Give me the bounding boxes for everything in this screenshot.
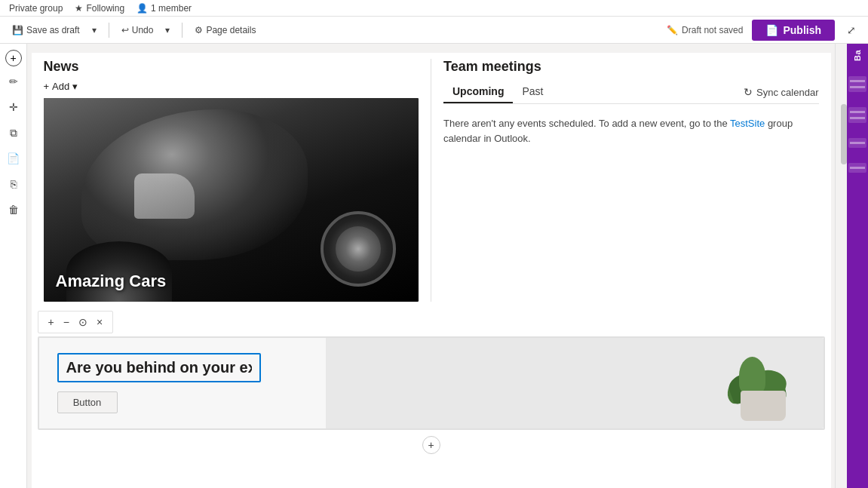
move-icon[interactable]: ✛ [3,97,24,118]
main-layout: + ✏ ✛ ⧉ 📄 ⎘ 🗑 News + Add ▾ [0,44,868,488]
zoom-reset-button[interactable]: ⊙ [75,315,91,330]
zoom-in-button[interactable]: + [44,315,58,330]
car-image-bg: Amazing Cars [44,98,419,302]
far-right-item-2[interactable] [848,107,866,123]
leaf3 [739,357,765,394]
copy-icon[interactable]: ⎘ [3,173,24,195]
separator2 [182,23,182,38]
car-image: Amazing Cars [44,98,419,302]
sync-icon: ↻ [744,86,753,98]
far-right-panel: Ba [847,44,868,488]
draft-icon: ✏️ [667,25,678,35]
banner-text-area: Button [39,338,326,428]
publish-icon: 📄 [765,24,778,36]
banner-image [326,338,824,428]
far-right-item-4[interactable] [848,163,866,173]
toolbar: 💾 Save as draft ▾ ↩ Undo ▾ ⚙ Page detail… [0,17,868,44]
save-draft-button[interactable]: 💾 Save as draft [9,23,83,37]
tabs-left: Upcoming Past [443,81,552,103]
private-group-label: Private group [9,3,63,14]
far-right-item-3[interactable] [848,138,866,148]
save-icon: 💾 [12,25,23,35]
add-section-button[interactable]: + [422,436,440,454]
sync-calendar-button[interactable]: ↻ Sync calendar [744,86,818,98]
news-title: News [44,59,419,75]
pencil-icon[interactable]: ✏ [3,71,24,92]
line2 [850,86,865,88]
zoom-toolbar: + − ⊙ × [38,311,114,333]
banner-heading-input[interactable] [57,353,261,382]
undo-dropdown[interactable]: ▾ [162,23,173,37]
document-icon[interactable]: 📄 [3,148,24,169]
draft-status: ✏️ Draft not saved [667,25,743,35]
line3 [850,111,865,113]
separator [109,23,109,38]
line1 [850,80,865,82]
page-details-button[interactable]: ⚙ Page details [192,23,259,37]
save-draft-dropdown[interactable]: ▾ [89,23,100,37]
plus-icon: + [44,81,50,92]
add-link[interactable]: + Add ▾ [44,81,419,92]
publish-button[interactable]: 📄 Publish [752,20,835,41]
add-section-row: + [32,436,831,454]
content-area: News + Add ▾ [27,44,835,488]
expand-button[interactable]: ⤢ [844,23,859,38]
line6 [850,167,865,169]
left-sidebar: + ✏ ✛ ⧉ 📄 ⎘ 🗑 [0,44,27,488]
no-events-text: There aren't any events scheduled. To ad… [443,116,819,146]
undo-icon: ↩ [121,25,129,35]
trash-icon[interactable]: 🗑 [3,199,24,220]
line5 [850,142,865,144]
far-right-item-1[interactable] [848,76,866,92]
person-icon: 👤 [136,3,148,14]
scrollbar-area [835,44,847,488]
plant-pot [741,391,786,421]
car-title: Amazing Cars [56,272,167,291]
test-site-link[interactable]: TestSite [730,118,765,129]
close-button[interactable]: × [93,315,106,330]
far-right-label-1: Ba [853,50,862,61]
chevron-down-icon: ▾ [72,81,78,92]
team-meetings-title: Team meetings [443,59,819,75]
team-meetings-column: Team meetings Upcoming Past ↻ Sync calen… [431,59,819,302]
group-bar: Private group ★ Following 👤 1 member [0,0,868,17]
page-details-icon: ⚙ [195,25,203,35]
banner-button[interactable]: Button [57,391,118,413]
members-label: 👤 1 member [136,3,192,14]
scrollbar-thumb[interactable] [841,104,847,164]
following-label[interactable]: ★ Following [75,3,124,14]
tabs-row: Upcoming Past ↻ Sync calendar [443,81,819,104]
toolbar-right: ✏️ Draft not saved 📄 Publish ⤢ [667,20,859,41]
toolbar-left: 💾 Save as draft ▾ ↩ Undo ▾ ⚙ Page detail… [9,23,259,38]
zoom-out-button[interactable]: − [60,315,73,330]
plant-decoration [718,345,808,421]
news-column: News + Add ▾ [44,59,432,302]
tab-past[interactable]: Past [513,81,552,103]
undo-button[interactable]: ↩ Undo [118,23,157,37]
tab-upcoming[interactable]: Upcoming [443,81,513,103]
line4 [850,117,865,119]
banner-section: Button [38,336,825,430]
page-container: News + Add ▾ [32,53,831,488]
layers-icon[interactable]: ⧉ [3,122,24,143]
star-icon: ★ [75,3,83,14]
two-column-layout: News + Add ▾ [32,53,831,308]
add-section-icon[interactable]: + [5,50,22,66]
